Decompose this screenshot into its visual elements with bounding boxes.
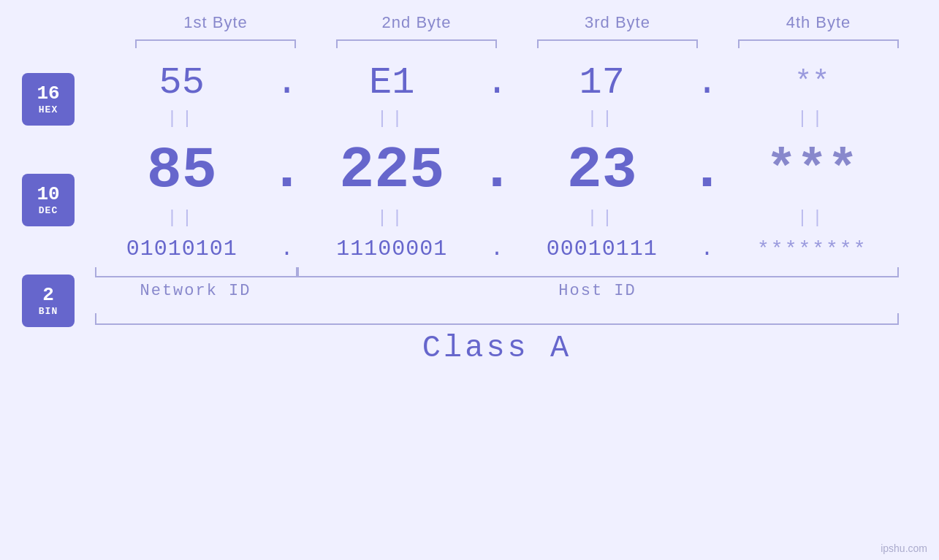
dec-badge-number: 10	[37, 184, 59, 205]
dec-byte3: 23	[515, 137, 689, 204]
bin-row: 01010101 . 11100001 . 00010111 . *******…	[95, 229, 899, 264]
hex-row: 55 . E1 . 17 . **	[95, 54, 899, 107]
equals-1: ||	[95, 109, 269, 129]
dec-badge-label: DEC	[39, 205, 58, 216]
equals-8: ||	[726, 208, 900, 228]
equals-4: ||	[726, 109, 900, 129]
main-container: 1st Byte 2nd Byte 3rd Byte 4th Byte 55 .…	[0, 0, 939, 560]
bracket-cell-4	[718, 37, 919, 51]
hex-badge-number: 16	[37, 83, 59, 104]
bin-byte1: 01010101	[95, 237, 269, 261]
dec-byte1: 85	[95, 137, 269, 204]
bin-byte2: 11100001	[305, 237, 479, 261]
badges-column: 16 HEX 10 DEC 2 BIN	[22, 73, 75, 327]
equals-3: ||	[515, 109, 689, 129]
equals-2: ||	[305, 109, 479, 129]
bottom-brackets	[95, 267, 899, 277]
top-bracket-1	[135, 39, 296, 48]
class-label: Class A	[95, 325, 899, 366]
byte3-header: 3rd Byte	[517, 13, 718, 32]
hex-byte1: 55	[95, 61, 269, 104]
bracket-cell-2	[316, 37, 517, 51]
equals-6: ||	[305, 208, 479, 228]
hex-byte2: E1	[305, 61, 479, 104]
top-bracket-4	[738, 39, 899, 48]
dec-byte2: 225	[305, 137, 479, 204]
byte2-header: 2nd Byte	[316, 13, 517, 32]
hex-badge: 16 HEX	[22, 73, 75, 126]
dec-byte4: ***	[726, 142, 900, 199]
equals-row-1: || || || ||	[95, 107, 899, 130]
hex-badge-label: HEX	[39, 104, 58, 115]
bin-badge-number: 2	[42, 285, 54, 306]
bin-byte4: ********	[726, 238, 900, 261]
host-id-label: Host ID	[296, 282, 899, 300]
top-bracket-2	[336, 39, 497, 48]
id-labels: Network ID Host ID	[95, 277, 899, 300]
hex-byte3: 17	[515, 61, 689, 104]
dot-dec-2: .	[479, 137, 515, 204]
network-bracket	[95, 267, 297, 277]
bracket-cell-1	[115, 37, 316, 51]
dec-row: 85 . 225 . 23 . ***	[95, 130, 899, 207]
top-bracket-3	[537, 39, 698, 48]
equals-5: ||	[95, 208, 269, 228]
bin-byte3: 00010111	[515, 237, 689, 261]
dot-bin-3: .	[689, 237, 726, 261]
dot-dec-3: .	[689, 137, 726, 204]
bin-badge-label: BIN	[39, 306, 58, 317]
equals-7: ||	[515, 208, 689, 228]
dot-hex-2: .	[479, 61, 515, 104]
dot-bin-1: .	[269, 237, 305, 261]
top-brackets	[115, 37, 919, 51]
watermark: ipshu.com	[881, 542, 927, 554]
host-bracket	[297, 267, 899, 277]
byte-headers: 1st Byte 2nd Byte 3rd Byte 4th Byte	[115, 13, 919, 32]
bin-badge: 2 BIN	[22, 275, 75, 327]
equals-row-2: || || || ||	[95, 207, 899, 229]
bracket-cell-3	[517, 37, 718, 51]
dot-dec-1: .	[269, 137, 305, 204]
dot-bin-2: .	[479, 237, 515, 261]
class-bracket	[95, 313, 899, 325]
byte4-header: 4th Byte	[718, 13, 919, 32]
dec-badge: 10 DEC	[22, 174, 75, 226]
dot-hex-1: .	[269, 61, 305, 104]
dot-hex-3: .	[689, 61, 726, 104]
network-id-label: Network ID	[95, 282, 296, 300]
hex-byte4: **	[726, 66, 900, 99]
rows-container: 55 . E1 . 17 . ** || || || || 85 . 225 .…	[0, 54, 939, 366]
byte1-header: 1st Byte	[115, 13, 316, 32]
